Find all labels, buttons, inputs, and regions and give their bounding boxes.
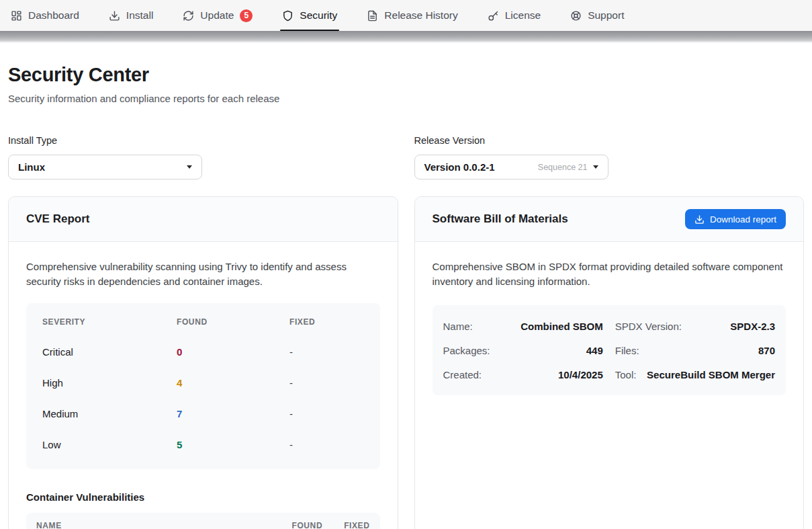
cve-report-card: CVE Report Comprehensive vulnerability s…: [8, 196, 398, 529]
chevron-down-icon: [593, 165, 598, 169]
fixed-count: -: [289, 377, 364, 389]
nav-tab-install[interactable]: Install: [109, 0, 154, 31]
found-count: 4: [177, 377, 289, 389]
page-title: Security Center: [8, 64, 804, 86]
detail-label: Files:: [615, 345, 639, 356]
sbom-detail-name: Name: Combined SBOM: [443, 314, 603, 338]
nav-tab-dashboard[interactable]: Dashboard: [11, 0, 79, 31]
refresh-icon: [183, 10, 194, 22]
fixed-column-header: FIXED: [289, 317, 364, 327]
active-tab-underline: [280, 30, 339, 32]
table-row: Medium 7 -: [42, 408, 364, 419]
page-subtitle: Security information and compliance repo…: [8, 93, 804, 104]
download-report-button[interactable]: Download report: [685, 209, 786, 229]
severity-table: SEVERITY FOUND FIXED Critical 0 - High 4…: [26, 303, 380, 469]
lifebuoy-icon: [570, 10, 582, 22]
fixed-column-header: FIXED: [344, 521, 369, 529]
nav-tab-update[interactable]: Update 5: [183, 0, 253, 31]
nav-label: Dashboard: [28, 9, 79, 22]
nav-label: Security: [300, 9, 337, 22]
filters-row: Install Type Linux Release Version Versi…: [8, 135, 804, 179]
nav-label: Update: [200, 9, 234, 22]
detail-value: 10/4/2025: [558, 369, 603, 380]
severity-column-header: SEVERITY: [42, 317, 177, 327]
nav-label: Release History: [384, 9, 457, 22]
download-icon: [109, 10, 120, 22]
nav-label: License: [505, 9, 541, 22]
release-version-filter: Release Version Version 0.0.2-1 Sequence…: [414, 135, 805, 179]
detail-value: 449: [586, 345, 603, 356]
detail-label: SPDX Version:: [615, 321, 682, 332]
nav-tab-security[interactable]: Security: [282, 0, 337, 31]
top-navigation: Dashboard Install Update 5 Security: [0, 0, 812, 31]
key-icon: [488, 10, 499, 22]
detail-label: Packages:: [443, 345, 490, 356]
install-type-filter: Install Type Linux: [8, 135, 398, 179]
nav-tab-support[interactable]: Support: [570, 0, 624, 31]
table-row: Critical 0 -: [42, 346, 364, 358]
release-version-select[interactable]: Version 0.0.2-1 Sequence 21: [414, 155, 608, 179]
detail-label: Tool:: [615, 369, 637, 380]
severity-label: High: [42, 377, 177, 389]
sbom-detail-packages: Packages: 449: [443, 338, 603, 362]
detail-value: SecureBuild SBOM Merger: [647, 369, 775, 380]
nav-label: Support: [588, 9, 624, 22]
severity-label: Medium: [42, 408, 177, 419]
table-row: Low 5 -: [42, 439, 364, 450]
nav-tab-release-history[interactable]: Release History: [367, 0, 457, 31]
container-vulnerabilities-title: Container Vulnerabilities: [26, 491, 380, 503]
sbom-detail-created: Created: 10/4/2025: [443, 362, 603, 386]
cve-report-body: Comprehensive vulnerability scanning usi…: [9, 242, 398, 529]
name-column-header: NAME: [36, 521, 291, 529]
install-type-select[interactable]: Linux: [8, 155, 202, 179]
detail-label: Name:: [443, 321, 473, 332]
found-count: 5: [177, 439, 289, 450]
found-count: 7: [177, 408, 289, 419]
release-version-label: Release Version: [414, 135, 805, 146]
download-icon: [694, 214, 705, 225]
detail-value: SPDX-2.3: [730, 321, 775, 332]
release-version-value: Version 0.0.2-1: [424, 161, 495, 173]
detail-value: Combined SBOM: [521, 321, 603, 332]
install-type-label: Install Type: [8, 135, 398, 146]
fixed-count: -: [289, 408, 364, 419]
detail-label: Created:: [443, 369, 482, 380]
sbom-detail-tool: Tool: SecureBuild SBOM Merger: [615, 362, 775, 386]
sbom-detail-files: Files: 870: [615, 338, 775, 362]
dashboard-grid-icon: [11, 10, 22, 22]
chevron-down-icon: [187, 165, 192, 169]
table-row: High 4 -: [42, 377, 364, 389]
container-vulnerabilities-table-header: NAME FOUND FIXED: [26, 513, 380, 529]
found-count: 0: [177, 346, 289, 358]
install-type-value: Linux: [18, 161, 45, 173]
download-report-label: Download report: [710, 214, 776, 225]
sequence-label: Sequence 21: [538, 163, 588, 172]
found-column-header: FOUND: [291, 521, 322, 529]
update-count-badge: 5: [240, 9, 253, 22]
sbom-card: Software Bill of Materials Download repo…: [414, 196, 805, 529]
sbom-detail-spdx-version: SPDX Version: SPDX-2.3: [615, 314, 775, 338]
sbom-title: Software Bill of Materials: [433, 212, 568, 226]
detail-value: 870: [758, 345, 775, 356]
fixed-count: -: [289, 439, 364, 450]
report-cards-row: CVE Report Comprehensive vulnerability s…: [8, 196, 804, 529]
sbom-body: Comprehensive SBOM in SPDX format provid…: [415, 242, 804, 529]
sbom-header: Software Bill of Materials Download repo…: [415, 197, 804, 242]
nav-label: Install: [126, 9, 154, 22]
header-scroll-shadow: [0, 31, 812, 43]
cve-report-title: CVE Report: [26, 212, 89, 226]
sbom-details-panel: Name: Combined SBOM SPDX Version: SPDX-2…: [433, 305, 786, 395]
shield-icon: [282, 10, 294, 22]
severity-label: Critical: [42, 346, 177, 358]
fixed-count: -: [289, 346, 364, 358]
nav-tab-license[interactable]: License: [488, 0, 541, 31]
severity-table-header: SEVERITY FOUND FIXED: [42, 317, 364, 327]
severity-label: Low: [42, 439, 177, 450]
main-content: Security Center Security information and…: [0, 64, 812, 529]
found-column-header: FOUND: [177, 317, 289, 327]
file-text-icon: [367, 10, 378, 22]
cve-report-description: Comprehensive vulnerability scanning usi…: [26, 259, 380, 288]
sbom-description: Comprehensive SBOM in SPDX format provid…: [433, 259, 786, 288]
cve-report-header: CVE Report: [9, 197, 398, 242]
